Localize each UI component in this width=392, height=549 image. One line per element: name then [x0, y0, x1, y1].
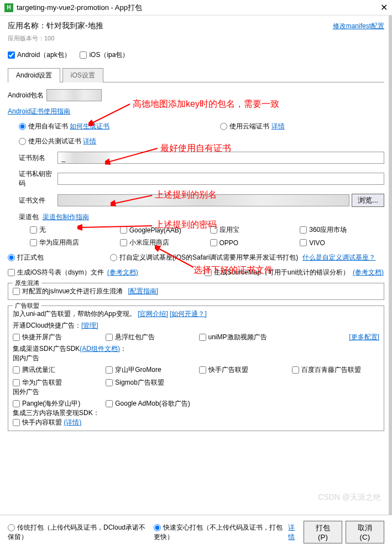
ads-quick-link[interactable]: [管理] [81, 322, 98, 329]
pack-button[interactable]: 打包(P) [304, 521, 342, 525]
cloud-cert-link[interactable]: 详情 [271, 122, 285, 130]
ad-kuaishou[interactable]: 快手广告联盟 [199, 365, 286, 375]
ads-title: 广告联盟 [13, 302, 41, 310]
ad-baidu[interactable]: 百度百青藤广告联盟 [292, 365, 379, 375]
alias-label: 证书别名 [19, 153, 58, 163]
ads-quick: 开通DCloud快捷广告： [13, 322, 81, 329]
ad-sigmob[interactable]: Sigmob广告联盟 [106, 378, 193, 387]
ad-unimp[interactable]: uniMP激励视频广告 [199, 333, 286, 342]
alias-input[interactable] [58, 152, 384, 164]
ads-intro: 加入uni-ad广告联盟，帮助你的App变现。 [13, 310, 136, 318]
radio-public-cert[interactable]: 使用公共测试证书 详情 [19, 137, 96, 145]
ads-domestic: 国内广告 [13, 354, 379, 363]
obf-title: 原生混淆 [13, 279, 41, 287]
channel-huawei[interactable]: 华为应用商店 [30, 238, 114, 247]
ads-intro-link2[interactable]: [如何开通？] [170, 310, 207, 318]
pkg-label: Android包名 [8, 91, 46, 100]
fast-detail-link[interactable]: 详情 [288, 523, 300, 525]
dsym-link[interactable]: (参考文档) [107, 268, 138, 277]
channel-googleplay[interactable]: GooglePlay(AAB) [120, 225, 205, 235]
manifest-link[interactable]: 修改manifest配置 [333, 22, 384, 31]
window-title: targeting-my-vue2-promotion - App打包 [17, 3, 380, 13]
pwd-input[interactable] [58, 173, 384, 185]
app-name-value: 针对我到家-地推 [46, 21, 103, 31]
version-label: 应用版本号： [8, 35, 44, 42]
ad-admob[interactable]: Google AdMob(谷歌广告) [106, 399, 193, 408]
radio-traditional[interactable]: 传统打包（上传代码及证书，DCloud承诺不保留） [8, 523, 150, 525]
channel-yyb[interactable]: 应用宝 [210, 225, 295, 235]
file-label: 证书文件 [19, 196, 58, 205]
file-input[interactable] [58, 194, 349, 206]
app-name-label: 应用名称： [8, 21, 46, 31]
ads-foreign: 国外广告 [13, 387, 379, 397]
channel-vivo[interactable]: VIVO [300, 238, 384, 247]
watermark: CSDN @天涯之绝 [318, 493, 381, 503]
ad-tencent[interactable]: 腾讯优量汇 [13, 365, 100, 375]
channel-guide-link[interactable]: 渠道包制作指南 [43, 213, 89, 221]
browse-button[interactable]: 浏览... [352, 194, 384, 207]
tab-ios[interactable]: iOS设置 [62, 68, 103, 82]
sourcemap-link[interactable]: (参考文档) [353, 268, 384, 277]
android-checkbox[interactable]: Android（apk包） [8, 51, 71, 59]
ios-checkbox[interactable]: iOS（ipa包） [80, 51, 129, 59]
ad-ks-content[interactable]: 快手内容联盟 [13, 418, 62, 426]
cert-guide-link[interactable]: Android证书使用指南 [8, 107, 70, 115]
public-cert-link[interactable]: 详情 [83, 137, 96, 145]
cancel-button[interactable]: 取消(C) [346, 521, 384, 525]
sourcemap-checkbox[interactable]: 生成SourceMap（可用于uni统计的错误分析） [205, 268, 349, 277]
channel-label: 渠道包 [19, 213, 39, 221]
obf-link[interactable]: [配置指南] [128, 287, 158, 295]
ad-huawei[interactable]: 华为广告联盟 [13, 378, 100, 387]
pwd-label: 证书私钥密码 [19, 169, 58, 188]
radio-official[interactable]: 打正式包 [8, 253, 44, 262]
ad-ks-link[interactable]: (详情) [64, 418, 81, 426]
radio-own-cert[interactable]: 使用自有证书 如何生成证书 [19, 122, 109, 131]
obf-checkbox[interactable]: 对配置的js/nvue文件进行原生混淆 [13, 287, 123, 295]
channel-xiaomi[interactable]: 小米应用商店 [120, 238, 205, 247]
pkg-input[interactable] [46, 89, 102, 101]
gen-cert-link[interactable]: 如何生成证书 [70, 122, 109, 130]
ad-pangle[interactable]: Pangle(海外穿山甲) [13, 399, 100, 408]
ads-sdk-link[interactable]: (AD组件文档) [80, 345, 120, 353]
ad-redpacket[interactable]: 悬浮红包广告 [106, 333, 193, 342]
channel-oppo[interactable]: OPPO [210, 238, 295, 247]
version-value: 100 [44, 35, 54, 42]
custom-base-link[interactable]: 什么是自定义调试基座？ [302, 253, 375, 262]
radio-fast[interactable]: 快速安心打包（不上传代码及证书，打包更快） [154, 523, 288, 525]
ads-sdk-label: 集成渠道SDK广告SDK [13, 345, 80, 353]
ad-splash[interactable]: 快捷开屏广告 [13, 333, 100, 342]
dsym-checkbox[interactable]: 生成iOS符号表（dsym）文件 [8, 268, 104, 277]
ads-intro-link1[interactable]: [官网介绍] [138, 310, 168, 318]
tab-android[interactable]: Android设置 [8, 68, 60, 82]
ad-gromore[interactable]: 穿山甲GroMore [106, 365, 193, 375]
channel-none[interactable]: 无 [30, 225, 114, 235]
channel-360[interactable]: 360应用市场 [300, 225, 384, 235]
app-logo: H [4, 3, 13, 12]
radio-cloud-cert[interactable]: 使用云端证书 详情 [220, 122, 284, 131]
radio-custom[interactable]: 打自定义调试基座(iOS的Safari调试需要用苹果开发证书打包) [110, 253, 298, 262]
ads-third: 集成三方内容场景变现SDK： [13, 408, 379, 418]
ads-more-link[interactable]: [更多配置] [292, 333, 379, 342]
close-icon[interactable]: ✕ [380, 2, 388, 13]
